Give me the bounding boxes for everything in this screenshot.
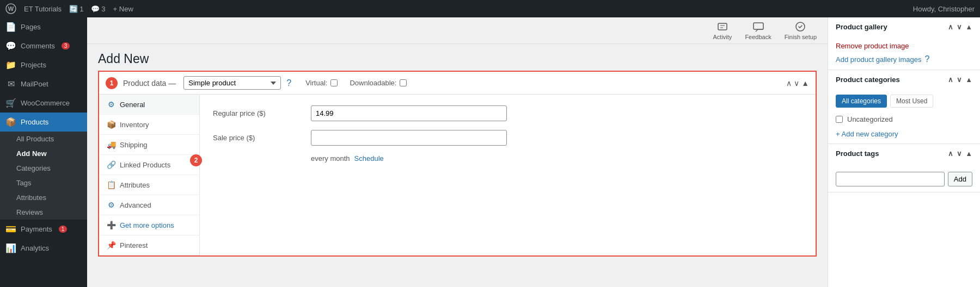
tag-input-row: Add — [836, 172, 972, 186]
inventory-tab-icon: 📦 — [107, 120, 115, 129]
panel-gallery-up-icon[interactable]: ∧ — [948, 23, 953, 31]
activity-button[interactable]: Activity — [713, 21, 732, 40]
sidebar-item-woocommerce[interactable]: 🛒 WooCommerce — [0, 93, 87, 113]
activity-icon — [716, 21, 728, 33]
comments-icon: 💬 — [5, 41, 16, 51]
tab-pinterest-label: Pinterest — [120, 241, 148, 249]
site-name[interactable]: ET Tutorials — [24, 5, 62, 13]
collapse-close-icon[interactable]: ▲ — [801, 79, 809, 88]
remove-product-image-link[interactable]: Remove product image — [836, 42, 972, 50]
new-item-menu[interactable]: + New — [113, 5, 133, 13]
finish-setup-icon — [794, 21, 806, 33]
sub-item-reviews[interactable]: Reviews — [0, 205, 87, 220]
product-type-select[interactable]: Simple product Grouped product External/… — [183, 76, 281, 90]
payments-icon: 💳 — [5, 224, 16, 234]
panel-gallery-controls: ∧ ∨ ▲ — [948, 23, 972, 31]
tab-inventory[interactable]: 📦 Inventory — [99, 115, 199, 135]
products-icon: 📦 — [5, 117, 16, 127]
product-gallery-body: Remove product image Add product gallery… — [828, 36, 980, 70]
tab-general[interactable]: ⚙ General — [99, 95, 199, 115]
tag-input[interactable] — [836, 172, 945, 186]
collapse-up-icon[interactable]: ∧ — [786, 79, 792, 88]
category-item-uncategorized: Uncategorized — [836, 113, 972, 126]
regular-price-label: Regular price ($) — [213, 109, 311, 117]
tab-advanced[interactable]: ⚙ Advanced — [99, 195, 199, 215]
get-more-tab-icon: ➕ — [107, 221, 115, 229]
add-gallery-images-link[interactable]: Add product gallery images — [836, 55, 922, 64]
product-categories-header[interactable]: Product categories ∧ ∨ ▲ — [828, 70, 980, 89]
regular-price-row: Regular price ($) — [213, 105, 803, 121]
feedback-button[interactable]: Feedback — [745, 21, 771, 40]
sidebar-item-pages[interactable]: 📄 Pages — [0, 17, 87, 36]
cat-tab-most-used[interactable]: Most Used — [890, 95, 933, 108]
tab-linked-products[interactable]: 🔗 Linked Products — [99, 155, 199, 175]
main-content: Activity Feedback Finish setup — [87, 17, 828, 287]
sidebar-label-mailpoet: MailPoet — [21, 80, 48, 88]
tab-advanced-label: Advanced — [120, 201, 151, 209]
panel-tags-collapse-icon[interactable]: ▲ — [965, 149, 972, 158]
downloadable-check: Downloadable: — [350, 79, 407, 87]
product-tags-header[interactable]: Product tags ∧ ∨ ▲ — [828, 144, 980, 163]
product-tags-title: Product tags — [836, 149, 879, 158]
tab-shipping[interactable]: 🚚 Shipping — [99, 135, 199, 155]
tab-attributes[interactable]: 📋 Attributes — [99, 175, 199, 195]
sub-item-all-products[interactable]: All Products — [0, 132, 87, 146]
panel-cat-collapse-icon[interactable]: ▲ — [965, 76, 972, 84]
virtual-check: Virtual: — [305, 79, 338, 87]
pinterest-tab-icon: 📌 — [107, 241, 115, 249]
sub-item-categories[interactable]: Categories — [0, 161, 87, 176]
product-gallery-header[interactable]: Product gallery ∧ ∨ ▲ — [828, 17, 980, 36]
sidebar-item-projects[interactable]: 📁 Projects — [0, 55, 87, 74]
wp-logo-icon[interactable]: W — [5, 3, 16, 14]
add-tag-button[interactable]: Add — [948, 172, 972, 186]
comments-menu-item[interactable]: 💬 3 — [91, 5, 105, 13]
collapse-down-icon[interactable]: ∨ — [794, 79, 799, 88]
panel-gallery-down-icon[interactable]: ∨ — [957, 23, 962, 31]
product-type-help-icon[interactable]: ? — [286, 78, 291, 88]
activity-label: Activity — [713, 34, 732, 40]
sidebar-item-payments[interactable]: 💳 Payments 1 — [0, 220, 87, 239]
products-submenu: All Products Add New Categories Tags Att… — [0, 132, 87, 220]
tab-get-more-options[interactable]: ➕ Get more options — [99, 215, 199, 235]
finish-setup-button[interactable]: Finish setup — [785, 21, 817, 40]
updates-icon[interactable]: 🔄 1 — [69, 5, 83, 13]
sale-price-input[interactable] — [311, 130, 507, 146]
panel-tags-up-icon[interactable]: ∧ — [948, 149, 953, 158]
collapse-buttons: ∧ ∨ ▲ — [786, 79, 809, 88]
sale-price-row: Sale price ($) — [213, 130, 803, 146]
add-new-category-link[interactable]: + Add new category — [836, 130, 972, 138]
panel-tags-controls: ∧ ∨ ▲ — [948, 149, 972, 158]
tab-content-general: Regular price ($) Sale price ($) every m… — [200, 95, 816, 255]
sub-item-add-new[interactable]: Add New — [0, 146, 87, 161]
mailpoet-icon: ✉ — [5, 79, 16, 89]
virtual-checkbox[interactable] — [330, 79, 338, 86]
sub-item-tags[interactable]: Tags — [0, 176, 87, 190]
sidebar-item-comments[interactable]: 💬 Comments 3 — [0, 36, 87, 55]
cat-tab-all[interactable]: All categories — [836, 95, 887, 108]
sidebar-label-products: Products — [21, 118, 48, 126]
tab-pinterest[interactable]: 📌 Pinterest — [99, 235, 199, 255]
downloadable-checkbox[interactable] — [400, 79, 407, 86]
sub-item-attributes[interactable]: Attributes — [0, 190, 87, 205]
general-tab-icon: ⚙ — [107, 100, 115, 109]
panel-gallery-collapse-icon[interactable]: ▲ — [965, 23, 972, 31]
product-categories-panel: Product categories ∧ ∨ ▲ All categories … — [828, 70, 980, 144]
tab-shipping-label: Shipping — [120, 141, 148, 149]
sidebar-item-mailpoet[interactable]: ✉ MailPoet — [0, 74, 87, 93]
gallery-help-icon[interactable]: ? — [925, 54, 930, 64]
panel-cat-up-icon[interactable]: ∧ — [948, 76, 953, 84]
admin-bar: W ET Tutorials 🔄 1 💬 3 + New Howdy, Chri… — [0, 0, 980, 17]
product-data-body: 2 ⚙ General 📦 Inventory 🚚 Shipping — [99, 95, 816, 255]
schedule-link[interactable]: Schedule — [354, 154, 384, 163]
sidebar-item-analytics[interactable]: 📊 Analytics — [0, 239, 87, 258]
tab-inventory-label: Inventory — [120, 121, 149, 129]
sidebar-item-products[interactable]: 📦 Products — [0, 113, 87, 132]
category-uncategorized-checkbox[interactable] — [836, 116, 843, 123]
product-gallery-title: Product gallery — [836, 23, 887, 31]
right-sidebar: Product gallery ∧ ∨ ▲ Remove product ima… — [828, 17, 980, 287]
panel-cat-down-icon[interactable]: ∨ — [957, 76, 962, 84]
step-badge-2: 2 — [190, 154, 202, 166]
regular-price-input[interactable] — [311, 105, 507, 121]
projects-icon: 📁 — [5, 60, 16, 70]
panel-tags-down-icon[interactable]: ∨ — [957, 149, 962, 158]
